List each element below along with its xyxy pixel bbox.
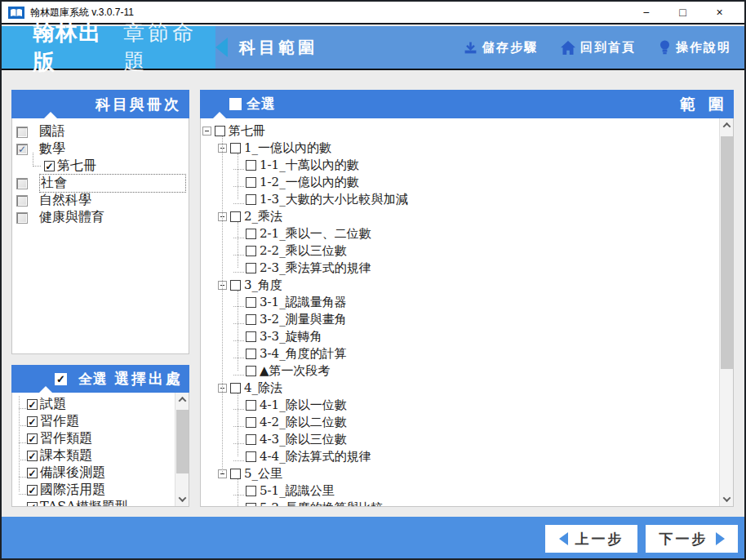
header-actions: 儲存步驟回到首頁操作說明	[464, 40, 744, 56]
tree-row[interactable]: 3_角度	[201, 277, 719, 294]
source-scrollbar[interactable]	[175, 393, 189, 506]
tree-row[interactable]: 5-2_長度的換算與比較	[201, 500, 719, 506]
tree-row[interactable]: 4-1_除以一位數	[201, 397, 719, 414]
checkbox[interactable]	[16, 127, 28, 138]
tree-row[interactable]: 1_一億以內的數	[201, 140, 719, 157]
checkbox[interactable]	[246, 366, 256, 376]
checkbox[interactable]	[246, 297, 256, 308]
tree-row[interactable]: 4_除法	[201, 380, 719, 397]
checkbox[interactable]: ✓	[27, 468, 38, 478]
tree-row[interactable]: 3-2_測量與畫角	[201, 311, 719, 328]
help-icon	[659, 40, 671, 55]
next-step-button[interactable]: 下一步	[646, 525, 738, 553]
minimize-button[interactable]: −	[628, 2, 664, 23]
checkbox[interactable]: ✓	[27, 485, 38, 496]
tree-row[interactable]: 4-3_除以三位數	[201, 431, 719, 448]
tree-connector	[233, 161, 244, 170]
checkbox[interactable]	[246, 246, 256, 256]
checkbox[interactable]	[16, 195, 28, 207]
tree-row[interactable]: 3-1_認識量角器	[201, 294, 719, 311]
action-home[interactable]: 回到首頁	[561, 40, 636, 56]
scroll-down-icon[interactable]	[720, 492, 734, 506]
checkbox[interactable]: ✓	[27, 502, 38, 507]
checkbox[interactable]	[246, 194, 256, 205]
checkbox[interactable]	[246, 400, 256, 411]
checkbox[interactable]	[246, 229, 256, 239]
subject-item[interactable]: 自然科學	[12, 192, 189, 209]
checkbox[interactable]: ✓	[27, 399, 38, 410]
checkbox[interactable]	[215, 126, 225, 136]
checkbox[interactable]	[246, 486, 256, 496]
panel-tail	[39, 386, 52, 393]
scope-scrollbar[interactable]	[719, 118, 733, 506]
checkbox[interactable]	[246, 160, 256, 171]
subject-label: 數學	[39, 140, 65, 158]
checkbox[interactable]	[246, 331, 256, 342]
tree-row[interactable]: ▲第一次段考	[201, 362, 719, 380]
checkbox[interactable]	[246, 349, 256, 359]
source-select-all-checkbox[interactable]: ✓	[55, 373, 67, 385]
tree-row[interactable]: 2-1_乘以一、二位數	[201, 225, 719, 242]
checkbox[interactable]	[230, 211, 241, 222]
checkbox[interactable]	[246, 263, 256, 273]
subjects-panel-header: 科目與冊次	[11, 90, 189, 118]
tree-row[interactable]: 第七冊	[201, 122, 719, 140]
checkbox[interactable]	[230, 469, 241, 479]
checkbox[interactable]	[230, 280, 241, 291]
tree-row[interactable]: 1-1_十萬以內的數	[201, 157, 719, 174]
source-item[interactable]: ✓備課後測題	[12, 464, 175, 482]
scroll-up-icon[interactable]	[720, 118, 734, 132]
tree-label: 3-2_測量與畫角	[260, 312, 347, 327]
source-item[interactable]: ✓課本類題	[12, 447, 175, 464]
tree-row[interactable]: 5-1_認識公里	[201, 482, 719, 500]
tree-row[interactable]: 1-3_大數的大小比較與加減	[201, 191, 719, 208]
checkbox[interactable]: ✓	[16, 144, 28, 155]
tree-connector	[233, 487, 244, 496]
subject-item[interactable]: 國語	[12, 123, 189, 140]
source-item[interactable]: ✓試題	[12, 396, 175, 413]
close-button[interactable]: ×	[701, 2, 738, 23]
source-item[interactable]: ✓習作類題	[12, 430, 175, 447]
scrollbar-thumb[interactable]	[721, 136, 733, 369]
checkbox[interactable]	[230, 383, 241, 393]
source-label: 習作題	[40, 413, 79, 430]
subject-item[interactable]: ✓第七冊	[12, 158, 189, 175]
checkbox[interactable]	[246, 417, 256, 428]
source-item[interactable]: ✓習作題	[12, 413, 175, 430]
checkbox[interactable]	[246, 451, 256, 462]
action-save-steps[interactable]: 儲存步驟	[464, 40, 538, 56]
collapse-icon[interactable]	[202, 127, 211, 136]
previous-step-button[interactable]: 上一步	[545, 525, 637, 553]
checkbox[interactable]	[16, 178, 28, 189]
checkbox[interactable]	[246, 314, 256, 325]
tree-row[interactable]: 3-4_角度的計算	[201, 345, 719, 362]
checkbox[interactable]	[246, 177, 256, 188]
tree-row[interactable]: 5_公里	[201, 465, 719, 482]
source-item[interactable]: ✓國際活用題	[12, 482, 175, 499]
subject-item[interactable]: 健康與體育	[12, 209, 189, 226]
checkbox[interactable]: ✓	[27, 433, 38, 444]
checkbox[interactable]	[230, 143, 241, 153]
tree-row[interactable]: 2_乘法	[201, 208, 719, 225]
action-help[interactable]: 操作說明	[659, 40, 731, 56]
checkbox[interactable]	[246, 503, 256, 506]
tree-row[interactable]: 4-4_除法算式的規律	[201, 448, 719, 465]
tree-row[interactable]: 3-3_旋轉角	[201, 328, 719, 345]
checkbox[interactable]: ✓	[44, 161, 55, 171]
scroll-up-icon[interactable]	[175, 393, 189, 407]
checkbox[interactable]: ✓	[27, 451, 38, 461]
checkbox[interactable]	[246, 434, 256, 445]
source-item[interactable]: ✓TASA模擬題型	[12, 499, 175, 507]
checkbox[interactable]: ✓	[27, 416, 38, 427]
tree-row[interactable]: 4-2_除以二位數	[201, 414, 719, 431]
tree-row[interactable]: 2-2_乘以三位數	[201, 242, 719, 260]
scope-select-all-checkbox[interactable]	[229, 98, 242, 110]
scroll-down-icon[interactable]	[175, 492, 189, 506]
maximize-button[interactable]: □	[664, 2, 701, 23]
scrollbar-thumb[interactable]	[176, 410, 189, 473]
tree-row[interactable]: 1-2_一億以內的數	[201, 174, 719, 191]
brand-name: 翰林出版	[33, 18, 118, 77]
checkbox[interactable]	[16, 212, 28, 224]
subject-item[interactable]: 社會	[12, 175, 189, 192]
tree-row[interactable]: 2-3_乘法算式的規律	[201, 260, 719, 277]
